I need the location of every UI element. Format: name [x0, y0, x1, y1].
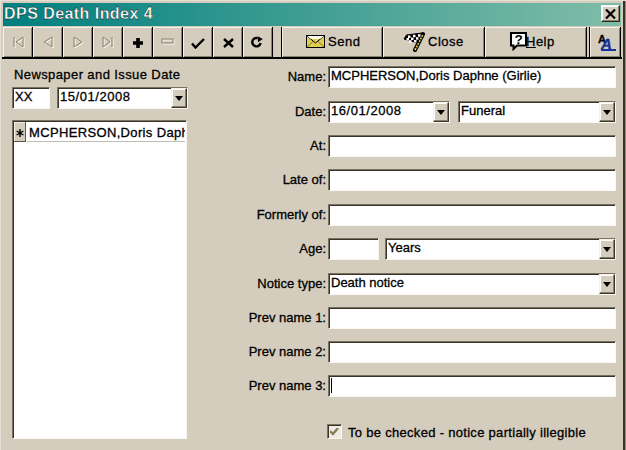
- svg-text:?: ?: [515, 32, 523, 47]
